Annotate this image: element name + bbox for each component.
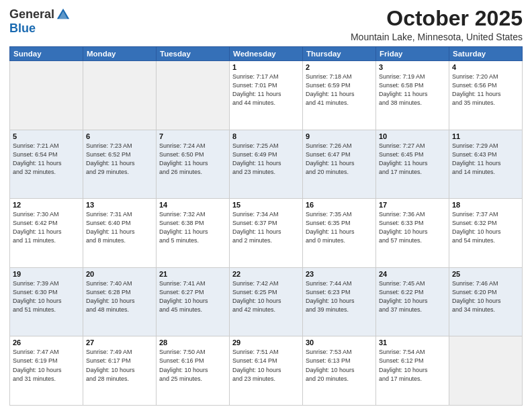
calendar-cell: 28Sunrise: 7:50 AM Sunset: 6:16 PM Dayli… — [157, 336, 230, 406]
day-info: Sunrise: 7:18 AM Sunset: 6:59 PM Dayligh… — [306, 73, 373, 107]
calendar-cell: 4Sunrise: 7:20 AM Sunset: 6:56 PM Daylig… — [449, 61, 523, 130]
day-info: Sunrise: 7:23 AM Sunset: 6:52 PM Dayligh… — [86, 142, 153, 177]
day-info: Sunrise: 7:17 AM Sunset: 7:01 PM Dayligh… — [232, 73, 300, 107]
logo-icon — [56, 7, 71, 21]
logo-blue: Blue — [9, 21, 36, 36]
day-info: Sunrise: 7:37 AM Sunset: 6:32 PM Dayligh… — [452, 210, 519, 245]
day-number: 8 — [232, 132, 300, 140]
logo: General — [9, 7, 71, 21]
calendar-cell: 6Sunrise: 7:23 AM Sunset: 6:52 PM Daylig… — [83, 130, 157, 199]
day-info: Sunrise: 7:21 AM Sunset: 6:54 PM Dayligh… — [13, 142, 80, 177]
calendar-cell: 17Sunrise: 7:36 AM Sunset: 6:33 PM Dayli… — [376, 199, 449, 268]
day-number: 27 — [86, 338, 153, 347]
day-number: 26 — [13, 338, 80, 347]
day-info: Sunrise: 7:24 AM Sunset: 6:50 PM Dayligh… — [159, 142, 226, 177]
calendar-header-thursday: Thursday — [303, 47, 376, 61]
location-title: Mountain Lake, Minnesota, United States — [351, 32, 523, 42]
page: General Blue October 2025 Mountain Lake,… — [0, 0, 532, 411]
calendar-header-wednesday: Wednesday — [230, 47, 303, 61]
calendar-week-3: 12Sunrise: 7:30 AM Sunset: 6:42 PM Dayli… — [10, 199, 523, 268]
day-number: 28 — [159, 338, 226, 347]
day-info: Sunrise: 7:34 AM Sunset: 6:37 PM Dayligh… — [232, 210, 300, 245]
day-number: 4 — [452, 63, 519, 71]
day-info: Sunrise: 7:53 AM Sunset: 6:13 PM Dayligh… — [306, 348, 373, 383]
day-number: 1 — [232, 63, 300, 71]
calendar-cell: 21Sunrise: 7:41 AM Sunset: 6:27 PM Dayli… — [157, 267, 230, 336]
day-number: 21 — [159, 270, 226, 278]
calendar-cell: 1Sunrise: 7:17 AM Sunset: 7:01 PM Daylig… — [230, 61, 303, 130]
calendar-cell: 27Sunrise: 7:49 AM Sunset: 6:17 PM Dayli… — [83, 336, 157, 406]
calendar-week-4: 19Sunrise: 7:39 AM Sunset: 6:30 PM Dayli… — [10, 267, 523, 336]
calendar-cell: 20Sunrise: 7:40 AM Sunset: 6:28 PM Dayli… — [83, 267, 157, 336]
calendar-cell — [83, 61, 157, 130]
day-info: Sunrise: 7:30 AM Sunset: 6:42 PM Dayligh… — [13, 210, 80, 245]
day-info: Sunrise: 7:26 AM Sunset: 6:47 PM Dayligh… — [306, 142, 373, 177]
calendar-cell: 30Sunrise: 7:53 AM Sunset: 6:13 PM Dayli… — [303, 336, 376, 406]
day-number: 15 — [232, 201, 300, 209]
day-info: Sunrise: 7:25 AM Sunset: 6:49 PM Dayligh… — [232, 142, 300, 177]
calendar-header-tuesday: Tuesday — [157, 47, 230, 61]
calendar-cell: 19Sunrise: 7:39 AM Sunset: 6:30 PM Dayli… — [10, 267, 83, 336]
calendar-cell: 14Sunrise: 7:32 AM Sunset: 6:38 PM Dayli… — [157, 199, 230, 268]
day-info: Sunrise: 7:47 AM Sunset: 6:19 PM Dayligh… — [13, 348, 80, 383]
title-area: October 2025 Mountain Lake, Minnesota, U… — [351, 7, 523, 42]
day-info: Sunrise: 7:19 AM Sunset: 6:58 PM Dayligh… — [379, 73, 446, 107]
day-info: Sunrise: 7:29 AM Sunset: 6:43 PM Dayligh… — [452, 142, 519, 177]
day-number: 5 — [13, 132, 80, 140]
calendar-cell: 11Sunrise: 7:29 AM Sunset: 6:43 PM Dayli… — [449, 130, 523, 199]
calendar-cell — [449, 336, 523, 406]
calendar-cell: 23Sunrise: 7:44 AM Sunset: 6:23 PM Dayli… — [303, 267, 376, 336]
day-info: Sunrise: 7:40 AM Sunset: 6:28 PM Dayligh… — [86, 279, 153, 314]
calendar-week-1: 1Sunrise: 7:17 AM Sunset: 7:01 PM Daylig… — [10, 61, 523, 130]
calendar-cell — [157, 61, 230, 130]
calendar-header-sunday: Sunday — [10, 47, 83, 61]
month-title: October 2025 — [351, 7, 523, 30]
day-info: Sunrise: 7:36 AM Sunset: 6:33 PM Dayligh… — [379, 210, 446, 245]
day-number: 23 — [306, 270, 373, 278]
day-info: Sunrise: 7:39 AM Sunset: 6:30 PM Dayligh… — [13, 279, 80, 314]
day-info: Sunrise: 7:32 AM Sunset: 6:38 PM Dayligh… — [159, 210, 226, 245]
day-number: 20 — [86, 270, 153, 278]
day-number: 30 — [306, 338, 373, 347]
calendar-cell: 10Sunrise: 7:27 AM Sunset: 6:45 PM Dayli… — [376, 130, 449, 199]
calendar-cell: 7Sunrise: 7:24 AM Sunset: 6:50 PM Daylig… — [157, 130, 230, 199]
day-info: Sunrise: 7:51 AM Sunset: 6:14 PM Dayligh… — [232, 348, 300, 383]
calendar-header-saturday: Saturday — [449, 47, 523, 61]
calendar-week-2: 5Sunrise: 7:21 AM Sunset: 6:54 PM Daylig… — [10, 130, 523, 199]
calendar-cell — [10, 61, 83, 130]
calendar-header-monday: Monday — [83, 47, 157, 61]
day-info: Sunrise: 7:42 AM Sunset: 6:25 PM Dayligh… — [232, 279, 300, 314]
day-number: 25 — [452, 270, 519, 278]
calendar-cell: 22Sunrise: 7:42 AM Sunset: 6:25 PM Dayli… — [230, 267, 303, 336]
logo-general: General — [9, 7, 54, 21]
calendar-week-5: 26Sunrise: 7:47 AM Sunset: 6:19 PM Dayli… — [10, 336, 523, 406]
day-info: Sunrise: 7:41 AM Sunset: 6:27 PM Dayligh… — [159, 279, 226, 314]
calendar-header-friday: Friday — [376, 47, 449, 61]
logo-blue-text: Blue — [9, 21, 36, 36]
calendar-cell: 29Sunrise: 7:51 AM Sunset: 6:14 PM Dayli… — [230, 336, 303, 406]
day-number: 11 — [452, 132, 519, 140]
calendar-cell: 8Sunrise: 7:25 AM Sunset: 6:49 PM Daylig… — [230, 130, 303, 199]
day-number: 7 — [159, 132, 226, 140]
day-number: 31 — [379, 338, 446, 347]
calendar-cell: 31Sunrise: 7:54 AM Sunset: 6:12 PM Dayli… — [376, 336, 449, 406]
day-info: Sunrise: 7:49 AM Sunset: 6:17 PM Dayligh… — [86, 348, 153, 383]
calendar-cell: 24Sunrise: 7:45 AM Sunset: 6:22 PM Dayli… — [376, 267, 449, 336]
day-info: Sunrise: 7:54 AM Sunset: 6:12 PM Dayligh… — [379, 348, 446, 383]
day-number: 29 — [232, 338, 300, 347]
day-info: Sunrise: 7:20 AM Sunset: 6:56 PM Dayligh… — [452, 73, 519, 107]
day-info: Sunrise: 7:31 AM Sunset: 6:40 PM Dayligh… — [86, 210, 153, 245]
day-number: 2 — [306, 63, 373, 71]
day-number: 16 — [306, 201, 373, 209]
day-info: Sunrise: 7:46 AM Sunset: 6:20 PM Dayligh… — [452, 279, 519, 314]
calendar-cell: 5Sunrise: 7:21 AM Sunset: 6:54 PM Daylig… — [10, 130, 83, 199]
day-info: Sunrise: 7:35 AM Sunset: 6:35 PM Dayligh… — [306, 210, 373, 245]
day-info: Sunrise: 7:27 AM Sunset: 6:45 PM Dayligh… — [379, 142, 446, 177]
day-number: 24 — [379, 270, 446, 278]
day-number: 18 — [452, 201, 519, 209]
calendar-cell: 26Sunrise: 7:47 AM Sunset: 6:19 PM Dayli… — [10, 336, 83, 406]
calendar-cell: 9Sunrise: 7:26 AM Sunset: 6:47 PM Daylig… — [303, 130, 376, 199]
day-info: Sunrise: 7:44 AM Sunset: 6:23 PM Dayligh… — [306, 279, 373, 314]
calendar-cell: 13Sunrise: 7:31 AM Sunset: 6:40 PM Dayli… — [83, 199, 157, 268]
calendar-cell: 2Sunrise: 7:18 AM Sunset: 6:59 PM Daylig… — [303, 61, 376, 130]
